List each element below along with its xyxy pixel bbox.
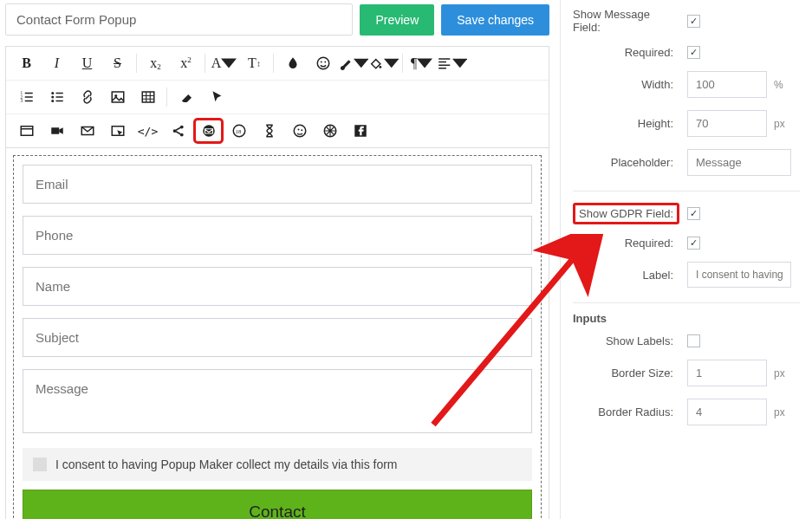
editor-toolbar: B I U S x2 x2 A T↕ ¶	[5, 46, 549, 147]
gdpr-label-input[interactable]	[687, 262, 791, 288]
video-icon[interactable]	[42, 118, 72, 144]
gdpr-label-label: Label:	[573, 269, 687, 282]
msg-width-label: Width:	[573, 78, 687, 91]
unit-percent: %	[774, 79, 783, 91]
border-size-label: Border Size:	[573, 367, 687, 380]
show-gdpr-checkbox[interactable]: ✓	[687, 207, 700, 220]
show-labels-label: Show Labels:	[573, 334, 687, 347]
svg-rect-10	[112, 92, 124, 102]
align-icon[interactable]	[437, 50, 467, 76]
unordered-list-icon[interactable]	[42, 84, 72, 110]
svg-rect-13	[21, 127, 33, 136]
code-icon[interactable]: </>	[133, 118, 163, 144]
settings-panel: Show Message Field: ✓ Required: ✓ Width:…	[560, 0, 812, 519]
inputs-section-title: Inputs	[573, 312, 800, 325]
svg-point-3	[379, 66, 381, 68]
table-icon[interactable]	[133, 84, 163, 110]
msg-height-input[interactable]	[687, 110, 767, 137]
svg-point-1	[320, 62, 322, 63]
popup-title-input[interactable]	[5, 3, 353, 36]
msg-placeholder-label: Placeholder:	[573, 156, 687, 169]
save-button[interactable]: Save changes	[441, 4, 549, 36]
msg-width-input[interactable]	[687, 71, 767, 98]
top-bar: Preview Save changes	[5, 3, 549, 36]
emoji-icon[interactable]	[308, 50, 338, 76]
show-labels-checkbox[interactable]	[687, 334, 700, 347]
msg-height-label: Height:	[573, 117, 687, 130]
gdpr-required-label: Required:	[573, 237, 687, 250]
facebook-icon[interactable]	[345, 118, 375, 144]
underline-icon[interactable]: U	[72, 50, 102, 76]
font-size-icon[interactable]: T↕	[239, 50, 270, 76]
paragraph-icon[interactable]: ¶	[406, 50, 437, 76]
submit-button[interactable]: Contact	[23, 490, 532, 519]
border-radius-label: Border Radius:	[573, 405, 687, 418]
svg-rect-12	[142, 92, 154, 102]
phone-field[interactable]	[23, 216, 532, 255]
form-canvas[interactable]: I consent to having Popup Maker collect …	[13, 155, 542, 519]
border-radius-input[interactable]	[687, 399, 767, 425]
strike-icon[interactable]: S	[102, 50, 133, 76]
eraser-icon[interactable]	[171, 84, 201, 110]
window-icon[interactable]	[11, 118, 42, 144]
svg-point-24	[297, 129, 299, 131]
gdpr-consent-checkbox[interactable]	[33, 457, 47, 471]
gdpr-consent-label: I consent to having Popup Maker collect …	[55, 457, 398, 471]
show-message-label: Show Message Field:	[573, 8, 687, 34]
svg-point-25	[301, 129, 302, 131]
svg-rect-14	[51, 127, 59, 134]
svg-point-8	[51, 96, 54, 99]
droplet-icon[interactable]	[277, 50, 308, 76]
contact-form-icon[interactable]	[193, 118, 224, 144]
envelope-icon[interactable]	[72, 118, 102, 144]
bold-icon[interactable]: B	[11, 50, 42, 76]
show-message-checkbox[interactable]: ✓	[687, 15, 700, 28]
message-field[interactable]	[23, 369, 532, 433]
ordered-list-icon[interactable]: 123	[11, 84, 42, 110]
italic-icon[interactable]: I	[42, 50, 72, 76]
svg-point-2	[324, 62, 326, 63]
age-restriction-icon[interactable]: 18	[224, 118, 254, 144]
border-size-input[interactable]	[687, 360, 767, 386]
email-field[interactable]	[23, 165, 532, 204]
settings-wheel-icon[interactable]	[315, 118, 345, 144]
svg-point-0	[317, 57, 329, 69]
svg-text:3: 3	[20, 98, 23, 103]
gdpr-required-checkbox[interactable]: ✓	[687, 237, 700, 250]
name-field[interactable]	[23, 267, 532, 306]
font-family-icon[interactable]: A	[209, 50, 239, 76]
svg-point-7	[51, 92, 54, 94]
msg-required-label: Required:	[573, 46, 687, 59]
svg-text:18: 18	[235, 128, 241, 134]
msg-placeholder-input[interactable]	[687, 149, 791, 176]
svg-point-23	[294, 125, 306, 137]
msg-required-checkbox[interactable]: ✓	[687, 46, 700, 59]
svg-point-9	[51, 100, 54, 102]
pointer-click-icon[interactable]	[102, 118, 133, 144]
share-icon[interactable]	[163, 118, 193, 144]
preview-button[interactable]: Preview	[360, 4, 434, 36]
link-icon[interactable]	[72, 84, 102, 110]
subject-field[interactable]	[23, 318, 532, 357]
hourglass-icon[interactable]	[254, 118, 284, 144]
show-gdpr-label: Show GDPR Field:	[573, 203, 679, 224]
unit-px: px	[774, 118, 785, 130]
brush-icon[interactable]	[338, 50, 368, 76]
gdpr-consent-row: I consent to having Popup Maker collect …	[23, 448, 532, 481]
fill-icon[interactable]	[368, 50, 399, 76]
subscript-icon[interactable]: x2	[140, 50, 171, 76]
superscript-icon[interactable]: x2	[171, 50, 201, 76]
cursor-icon[interactable]	[201, 84, 231, 110]
mailchimp-icon[interactable]	[284, 118, 315, 144]
image-icon[interactable]	[102, 84, 133, 110]
